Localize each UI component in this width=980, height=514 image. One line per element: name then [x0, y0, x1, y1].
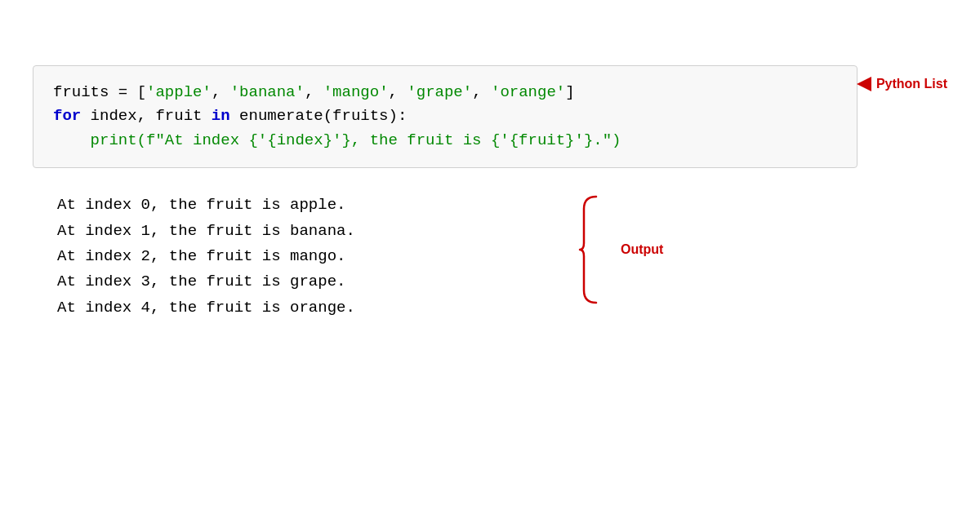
- python-list-annotation: Python List: [857, 77, 947, 91]
- output-line-4: At index 4, the fruit is orange.: [57, 295, 947, 321]
- code-line-3: print(f"At index {'{index}'}, the fruit …: [53, 129, 837, 153]
- code-block: fruits = ['apple', 'banana', 'mango', 'g…: [33, 65, 858, 168]
- output-annotation-wrapper: Output: [580, 193, 663, 307]
- arrow-left-icon: [857, 77, 871, 91]
- output-line-3: At index 3, the fruit is grape.: [57, 269, 947, 295]
- output-line-0: At index 0, the fruit is apple.: [57, 193, 947, 218]
- python-list-label: Python List: [876, 77, 947, 91]
- curly-brace-icon: [580, 193, 604, 307]
- output-line-2: At index 2, the fruit is mango.: [57, 244, 947, 269]
- code-line-2: for index, fruit in enumerate(fruits):: [53, 104, 837, 128]
- output-label: Output: [621, 242, 663, 257]
- output-section: At index 0, the fruit is apple. At index…: [57, 193, 947, 321]
- output-lines: At index 0, the fruit is apple. At index…: [57, 193, 947, 321]
- code-block-wrapper: fruits = ['apple', 'banana', 'mango', 'g…: [33, 65, 947, 168]
- code-line-1: fruits = ['apple', 'banana', 'mango', 'g…: [53, 81, 837, 104]
- main-container: fruits = ['apple', 'banana', 'mango', 'g…: [0, 0, 980, 353]
- output-line-1: At index 1, the fruit is banana.: [57, 219, 947, 244]
